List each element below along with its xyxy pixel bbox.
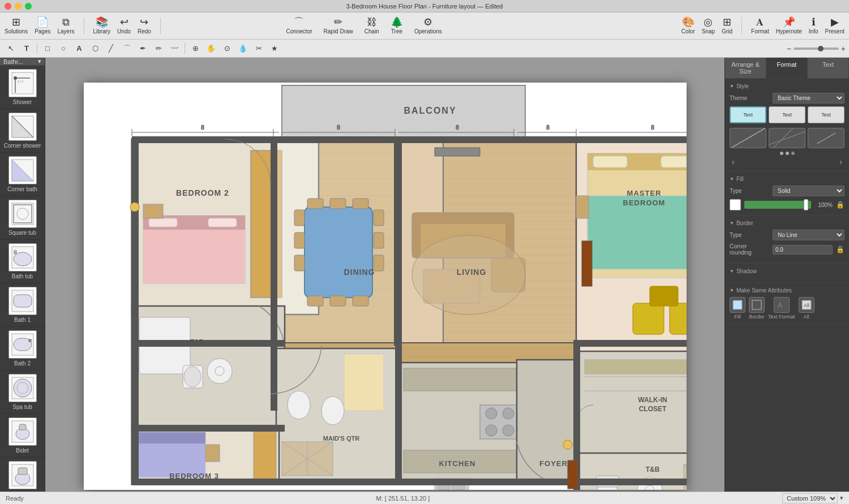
topbar-hypernote[interactable]: 📌 Hypernote — [776, 17, 802, 35]
make-same-border-icon[interactable] — [749, 297, 765, 313]
dot-1[interactable] — [780, 152, 783, 155]
tab-arrange-size[interactable]: Arrange & Size — [725, 58, 766, 78]
sidebar-item-bath2[interactable]: Bath 2 — [0, 327, 45, 371]
pen-tool[interactable]: ✒ — [135, 42, 150, 55]
sidebar-item-bidet[interactable]: Bidet — [0, 414, 45, 458]
dot-3[interactable] — [791, 152, 795, 155]
tab-text[interactable]: Text — [808, 58, 849, 78]
topbar-redo[interactable]: ↪ Redo — [138, 17, 151, 35]
close-button[interactable] — [5, 3, 11, 10]
fill-type-select[interactable]: Solid — [773, 186, 844, 196]
chain-label: Chain — [365, 28, 379, 35]
style-next[interactable]: › — [839, 157, 842, 166]
tree-icon: 🌲 — [391, 17, 403, 27]
pages-icon: 📄 — [36, 17, 49, 27]
zoom-dropdown-icon[interactable]: ▾ — [840, 494, 843, 502]
polygon-tool[interactable]: ⬡ — [88, 42, 102, 55]
arc-tool[interactable]: ⌒ — [119, 42, 134, 55]
sidebar-item-corner-bath[interactable]: Corner bath — [0, 153, 45, 196]
dot-2[interactable] — [786, 152, 789, 155]
sidebar-item-bath1[interactable]: Bath 1 — [0, 283, 45, 327]
scissors-tool[interactable]: ✂ — [251, 42, 266, 55]
topbar-format[interactable]: 𝐀 Format — [751, 17, 769, 35]
svg-rect-115 — [593, 156, 627, 167]
zoom-in-tool[interactable]: ⊕ — [188, 42, 203, 55]
fill-gradient[interactable] — [744, 201, 811, 209]
topbar-grid[interactable]: ⊞ Grid — [722, 17, 732, 35]
zoom-select[interactable]: Custom 109% 100% 150% 75% — [782, 493, 838, 503]
topbar-solutions[interactable]: ⊞ Solutions — [5, 17, 28, 35]
topbar-tree[interactable]: 🌲 Tree — [391, 17, 403, 35]
topbar-rapid-draw[interactable]: ✏ Rapid Draw — [324, 17, 353, 35]
topbar-chain[interactable]: ⛓ Chain — [365, 17, 379, 35]
topbar-library[interactable]: 📚 Library — [93, 17, 111, 35]
style-prev[interactable]: ‹ — [732, 157, 735, 166]
corner-rounding-input[interactable] — [773, 245, 833, 255]
snap-label: Snap — [702, 28, 715, 35]
pencil-tool[interactable]: ✏ — [151, 42, 166, 55]
magic-tool[interactable]: ★ — [267, 42, 282, 55]
zoom-mode-tool[interactable]: ⊙ — [220, 42, 234, 55]
redo-icon: ↪ — [140, 17, 148, 27]
fill-color-swatch[interactable] — [730, 199, 741, 210]
zoom-minus[interactable]: − — [787, 44, 791, 53]
svg-rect-98 — [294, 232, 305, 248]
line-tool[interactable]: ╱ — [104, 42, 118, 55]
border-type-select[interactable]: No Line — [773, 230, 844, 240]
wall-toilet-label: Wall toilet — [10, 491, 35, 492]
maximize-button[interactable] — [25, 3, 32, 10]
ellipse-tool[interactable]: ○ — [56, 42, 71, 55]
sidebar-item-shower[interactable]: Shower — [0, 66, 45, 109]
make-same-all-label: All — [804, 314, 809, 320]
topbar-info[interactable]: ℹ Info — [809, 17, 818, 35]
floor-plan[interactable]: 8 8 8 8 8 — [84, 83, 687, 490]
topbar-connector[interactable]: ⌒ Connector — [286, 17, 312, 35]
canvas-area[interactable]: 8 8 8 8 8 — [45, 58, 724, 492]
sidebar-item-square-tub[interactable]: Square tub — [0, 196, 45, 240]
text-tool2[interactable]: A — [72, 42, 87, 55]
eyedrop-tool[interactable]: 💧 — [235, 42, 250, 55]
sidebar-header[interactable]: Bathr... ▾ — [0, 58, 45, 66]
style-btn-text2[interactable]: Text — [769, 106, 805, 123]
sidebar-dropdown-icon[interactable]: ▾ — [38, 58, 41, 65]
svg-rect-106 — [412, 213, 421, 258]
svg-rect-166 — [132, 340, 285, 347]
topbar-pages[interactable]: 📄 Pages — [35, 17, 50, 35]
topbar-layers[interactable]: ⧉ Layers — [58, 17, 75, 35]
select-tool[interactable]: ↖ — [3, 42, 18, 55]
style-btn-text3[interactable]: Text — [808, 106, 844, 123]
sidebar-item-spa-tub[interactable]: Spa tub — [0, 371, 45, 414]
svg-rect-90 — [305, 207, 372, 298]
topbar-operations[interactable]: ⚙ Operations — [414, 17, 442, 35]
zoom-plus[interactable]: + — [841, 44, 846, 53]
style-diag1[interactable] — [730, 128, 766, 148]
corner-shower-icon — [8, 113, 37, 141]
style-diag2[interactable] — [769, 128, 805, 148]
sidebar-item-bath-tub[interactable]: Bath tub — [0, 240, 45, 283]
style-diag3[interactable] — [808, 128, 844, 148]
style-btn-text1[interactable]: Text — [730, 106, 766, 123]
topbar-undo[interactable]: ↩ Undo — [117, 17, 131, 35]
zoom-slider[interactable] — [794, 48, 839, 50]
sidebar-item-corner-shower[interactable]: Corner shower — [0, 109, 45, 153]
make-same-all-icon[interactable]: All — [799, 297, 814, 313]
text-tool[interactable]: T — [19, 42, 34, 55]
topbar-present[interactable]: ▶ Present — [825, 17, 844, 35]
tab-format[interactable]: Format — [766, 58, 808, 78]
topbar-color[interactable]: 🎨 Color — [681, 17, 695, 35]
topbar-snap[interactable]: ◎ Snap — [702, 17, 715, 35]
connector-icon: ⌒ — [294, 17, 304, 27]
border-type-row: Type No Line — [730, 230, 844, 240]
minimize-button[interactable] — [15, 3, 22, 10]
make-same-fill-icon[interactable] — [730, 297, 745, 313]
svg-text:8: 8 — [337, 124, 340, 131]
theme-select[interactable]: Basic Theme — [773, 93, 844, 104]
make-same-text-icon[interactable]: A — [774, 297, 790, 313]
pan-tool[interactable]: ✋ — [204, 42, 218, 55]
sidebar-item-wall-toilet[interactable]: Wall toilet — [0, 458, 45, 492]
svg-rect-96 — [353, 296, 368, 306]
freehand-tool[interactable]: 〰 — [167, 42, 182, 55]
rect-tool[interactable]: □ — [40, 42, 55, 55]
present-icon: ▶ — [831, 17, 839, 27]
fill-section-title: Fill — [730, 176, 844, 182]
